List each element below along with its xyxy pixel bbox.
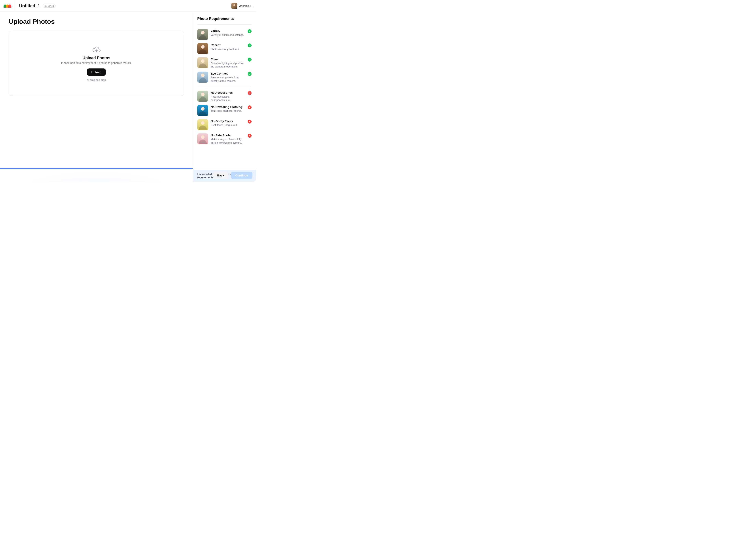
requirement-thumb [197, 91, 208, 102]
user-avatar [231, 3, 237, 9]
requirement-thumb [197, 29, 208, 40]
dropzone-drag-hint: or drag and drop [87, 78, 106, 81]
requirement-title: No Revealing Clothing [211, 105, 245, 109]
requirement-item: No Revealing Clothing Tank tops, shirtle… [197, 103, 251, 118]
app-logo[interactable] [4, 0, 15, 12]
check-icon [248, 58, 251, 62]
requirement-title: Eye Contact [211, 72, 245, 75]
check-icon [248, 43, 251, 47]
requirement-item: No Side Shots Make sure your face is ful… [197, 132, 251, 146]
requirements-sidebar: Photo Requirements Variety Variety of ou… [193, 12, 256, 182]
requirements-title: Photo Requirements [197, 17, 251, 21]
main-panel: Upload Photos Upload Photos Please uploa… [0, 12, 193, 182]
cloud-icon [44, 5, 47, 7]
back-button[interactable]: Back [213, 172, 229, 179]
requirement-title: No Side Shots [211, 133, 245, 137]
requirement-title: Clear [211, 57, 245, 61]
requirement-item: Clear Optimize lighting and position the… [197, 56, 251, 70]
progress-line [0, 168, 256, 169]
requirement-item: No Accessories Hats, backpacks, headphon… [197, 89, 251, 103]
x-icon [248, 134, 251, 138]
footer-actions: Back Continue [213, 172, 252, 179]
requirement-desc: Hats, backpacks, headphones, etc. [211, 95, 245, 102]
upload-dropzone[interactable]: Upload Photos Please upload a minimum of… [9, 31, 184, 96]
cloud-upload-icon [92, 45, 101, 54]
requirement-desc: Make sure your face is fully turned towa… [211, 138, 245, 145]
requirement-title: Variety [211, 29, 245, 33]
requirement-thumb [197, 105, 208, 116]
app-header: Untitled_1 Saved Jessica L. [0, 0, 256, 12]
upload-button[interactable]: Upload [87, 68, 106, 76]
continue-button[interactable]: Continue [231, 172, 252, 179]
user-menu[interactable]: Jessica L. [231, 3, 252, 9]
requirement-item: Recent Photos recently captured. [197, 42, 251, 56]
page-title: Upload Photos [9, 18, 184, 25]
x-icon [248, 105, 251, 109]
requirement-thumb [197, 43, 208, 54]
saved-label: Saved [48, 5, 54, 7]
requirement-title: Recent [211, 43, 245, 47]
requirement-desc: Optimize lighting and position the camer… [211, 62, 245, 68]
requirement-item: No Goofy Faces Duck faces, tongue out. [197, 118, 251, 132]
dropzone-title: Upload Photos [82, 56, 110, 60]
requirement-desc: Duck faces, tongue out. [211, 123, 245, 127]
requirement-title: No Goofy Faces [211, 119, 245, 123]
requirement-title: No Accessories [211, 91, 245, 95]
requirement-thumb [197, 119, 208, 130]
saved-status-chip: Saved [43, 4, 56, 8]
requirement-thumb [197, 57, 208, 68]
requirement-thumb [197, 72, 208, 83]
check-icon [248, 72, 251, 76]
x-icon [248, 120, 251, 124]
requirement-thumb [197, 133, 208, 145]
requirement-item: Variety Variety of outfits and settings. [197, 27, 251, 42]
requirement-item: Eye Contact Ensure your gaze is fixed di… [197, 70, 251, 84]
dropzone-subtitle: Please upload a minimum of 6 photos to g… [61, 62, 132, 64]
requirement-desc: Photos recently captured. [211, 47, 245, 51]
requirement-desc: Tank tops, shirtless, bikinis. [211, 109, 245, 113]
document-title[interactable]: Untitled_1 [19, 3, 40, 9]
requirement-desc: Variety of outfits and settings. [211, 33, 245, 37]
requirement-desc: Ensure your gaze is fixed directly at th… [211, 76, 245, 83]
x-icon [248, 91, 251, 95]
check-icon [248, 29, 251, 33]
user-name: Jessica L. [239, 4, 252, 8]
